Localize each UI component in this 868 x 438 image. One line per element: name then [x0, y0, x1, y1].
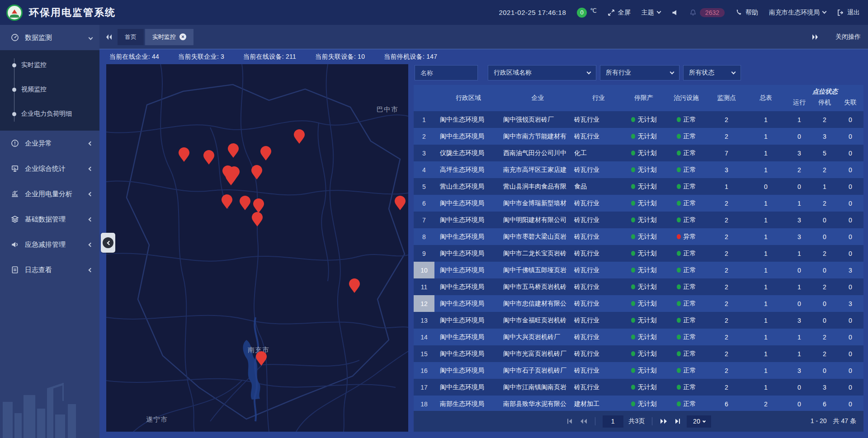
sidebar-item-electricity-analysis[interactable]: 企业用电量分析: [0, 181, 99, 207]
map-pin[interactable]: [293, 129, 305, 144]
table-row[interactable]: 1 阆中生态环境局 阆中强锐页岩砖厂 砖瓦行业 无计划 正常 2 1 1 2 0: [414, 111, 863, 128]
table-row[interactable]: 15 阆中生态环境局 阆中市光富页岩机砖厂 砖瓦行业 无计划 正常 2 1 1 …: [414, 345, 863, 362]
map-pin[interactable]: [227, 143, 239, 158]
org-dropdown[interactable]: 南充市生态环境局: [769, 9, 826, 17]
cell-meters: 1: [745, 200, 787, 207]
name-filter-field[interactable]: [415, 65, 478, 80]
map-pin[interactable]: [255, 351, 267, 366]
cell-limit-status: 无计划: [623, 132, 665, 141]
table-row[interactable]: 8 阆中生态环境局 阆中市枣碧大梁山页岩 砖瓦行业 无计划 异常 2 1 3 0…: [414, 228, 863, 245]
cell-points: 2: [708, 116, 745, 123]
map-pin[interactable]: [251, 212, 263, 226]
cell-index: 12: [414, 295, 434, 312]
cell-stop: 2: [812, 166, 837, 174]
status-dot-icon: [631, 368, 635, 373]
map-pin[interactable]: [251, 165, 263, 179]
table-row[interactable]: 12 阆中生态环境局 阆中市忠信建材有限公 砖瓦行业 无计划 正常 2 1 0 …: [414, 295, 863, 312]
table-row[interactable]: 3 仪陇生态环境局 西南油气田分公司川中 化工 无计划 正常 7 1 3 5 0: [414, 145, 863, 161]
tab-realtime-monitor[interactable]: 实时监控 ×: [145, 29, 193, 45]
industry-filter-value: 所有行业: [606, 69, 631, 77]
sidebar-item-base-data[interactable]: 基础数据管理: [0, 207, 99, 232]
table-row[interactable]: 7 阆中生态环境局 阆中明阳建材有限公司 砖瓦行业 无计划 正常 2 1 3 0…: [414, 212, 863, 228]
map-pin[interactable]: [239, 196, 251, 210]
tab-close-icon[interactable]: ×: [179, 33, 186, 40]
first-page-icon[interactable]: [566, 418, 574, 425]
sidebar-subitem-video-monitor[interactable]: 视频监控: [0, 77, 99, 102]
table-row[interactable]: 18 南部生态环境局 南部县致华水泥有限公 建材加工 无计划 正常 6 2 0 …: [414, 396, 863, 411]
map-canvas[interactable]: 巴中市南充市遂宁市: [106, 64, 408, 432]
mute-button[interactable]: [671, 9, 679, 16]
cell-lost: 0: [837, 367, 863, 374]
close-operations-button[interactable]: 关闭操作: [835, 33, 861, 41]
page-number-input[interactable]: 1: [603, 415, 623, 428]
table-row[interactable]: 2 阆中生态环境局 阆中市南方节能建材有 砖瓦行业 无计划 正常 2 1 0 3…: [414, 128, 863, 145]
cell-run: 3: [787, 367, 812, 374]
cell-facility-status: 正常: [665, 149, 708, 157]
cell-lost: 0: [837, 233, 863, 240]
fullscreen-button[interactable]: 全屏: [608, 9, 631, 17]
stat-label: 当前在线设备:: [243, 53, 284, 60]
cell-lost: 0: [837, 200, 863, 207]
tabs-scroll-left-icon[interactable]: [105, 33, 113, 41]
status-dot-icon: [631, 134, 635, 139]
cell-region: 阆中生态环境局: [434, 333, 497, 341]
cell-run: 0: [787, 133, 812, 140]
tab-home[interactable]: 首页: [118, 29, 144, 45]
sidebar-item-emergency-reduction[interactable]: 应急减排管理: [0, 232, 99, 257]
table-row[interactable]: 6 阆中生态环境局 阆中市金博瑞新型墙材 砖瓦行业 无计划 正常 2 1 1 2…: [414, 195, 863, 212]
sidebar-item-data-monitoring[interactable]: 数据监测: [0, 25, 99, 50]
cell-index: 14: [414, 329, 434, 345]
status-dot-icon: [631, 385, 635, 390]
map-pin[interactable]: [221, 194, 233, 209]
map-pin[interactable]: [260, 146, 272, 160]
help-button[interactable]: 帮助: [736, 9, 758, 17]
map-pin[interactable]: [203, 150, 215, 165]
table-row[interactable]: 14 阆中生态环境局 阆中大兴页岩机砖厂 砖瓦行业 无计划 正常 2 1 1 2…: [414, 329, 863, 345]
chevron-down-icon: [731, 70, 736, 74]
sidebar-item-label: 基础数据管理: [25, 215, 66, 224]
table-body: 1 阆中生态环境局 阆中强锐页岩砖厂 砖瓦行业 无计划 正常 2 1 1 2 0…: [414, 111, 863, 411]
cell-run: 0: [787, 183, 812, 190]
table-row[interactable]: 4 高坪生态环境局 南充市高坪区王家店建 砖瓦行业 无计划 正常 3 1 2 2…: [414, 161, 863, 178]
table-row[interactable]: 16 阆中生态环境局 阆中市石子页岩机砖厂 砖瓦行业 无计划 正常 2 1 3 …: [414, 362, 863, 379]
map-pin[interactable]: [178, 147, 190, 162]
tabs-scroll-right-icon[interactable]: [811, 33, 819, 41]
theme-dropdown[interactable]: 主题: [642, 9, 660, 17]
table-row[interactable]: 17 阆中生态环境局 阆中市江南镇阆南页岩 砖瓦行业 无计划 正常 2 1 0 …: [414, 379, 863, 396]
map-pin[interactable]: [394, 196, 406, 210]
panel-collapse-handle[interactable]: [101, 233, 115, 253]
map-pin[interactable]: [349, 278, 360, 293]
cell-meters: 1: [745, 384, 787, 391]
page-size-select[interactable]: 20: [687, 415, 711, 428]
last-page-icon[interactable]: [674, 418, 681, 425]
cell-limit-status: 无计划: [623, 183, 665, 191]
cell-run: 3: [787, 233, 812, 240]
notification-button[interactable]: 2632: [689, 8, 725, 17]
region-filter-select[interactable]: 行政区域名称: [488, 65, 596, 80]
table-row[interactable]: 10 阆中生态环境局 阆中千佛镇五郎垭页岩 砖瓦行业 无计划 正常 2 1 0 …: [414, 262, 863, 278]
industry-filter-select[interactable]: 所有行业: [600, 65, 679, 80]
map-pin[interactable]: [225, 171, 237, 185]
map-pin[interactable]: [253, 198, 264, 213]
status-filter-select[interactable]: 所有状态: [683, 65, 741, 80]
status-dot-icon: [677, 284, 681, 289]
sidebar-item-enterprise-statistics[interactable]: 企业综合统计: [0, 156, 99, 181]
cell-run: 1: [787, 116, 812, 123]
sidebar-item-log-view[interactable]: 日志查看: [0, 257, 99, 283]
stat-item: 当前失联设备: 10: [315, 53, 365, 61]
name-filter-input[interactable]: [420, 69, 472, 76]
cell-points: 2: [708, 133, 745, 140]
table-row[interactable]: 5 营山生态环境局 营山县润丰肉食品有限 食品 无计划 正常 1 0 0 1 0: [414, 178, 863, 195]
sidebar-item-enterprise-abnormal[interactable]: 企业异常: [0, 131, 99, 156]
table-row[interactable]: 13 阆中生态环境局 阆中市金福旺页岩机砖 砖瓦行业 无计划 正常 2 1 3 …: [414, 312, 863, 329]
cell-meters: 1: [745, 166, 787, 174]
prev-page-icon[interactable]: [579, 418, 588, 425]
sidebar-subitem-enterprise-load-detail[interactable]: 企业电力负荷明细: [0, 102, 99, 126]
temperature-value: 0: [577, 8, 587, 18]
next-page-icon[interactable]: [660, 418, 668, 425]
table-row[interactable]: 9 阆中生态环境局 阆中市二龙长宝页岩砖 砖瓦行业 无计划 正常 2 1 1 2…: [414, 245, 863, 262]
table-row[interactable]: 11 阆中生态环境局 阆中市五马桥页岩机砖 砖瓦行业 无计划 正常 2 1 1 …: [414, 278, 863, 295]
stats-bar: 当前在线企业: 44 当前失联企业: 3 当前在线设备: 211 当前失联设备:…: [99, 49, 868, 64]
sidebar-subitem-realtime-monitor[interactable]: 实时监控: [0, 53, 99, 77]
logout-button[interactable]: 退出: [837, 9, 860, 17]
